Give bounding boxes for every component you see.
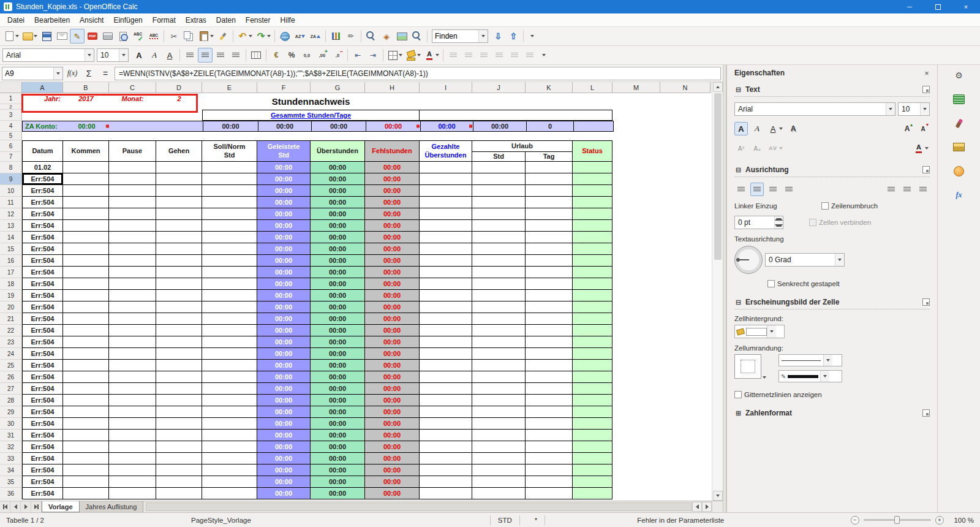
cell-J22[interactable] bbox=[472, 325, 526, 336]
cell-A29[interactable]: Err:504 bbox=[22, 406, 63, 418]
cell-E4[interactable]: 00:00 bbox=[203, 121, 258, 131]
new-dropdown-icon[interactable] bbox=[15, 35, 19, 37]
cell-C26[interactable] bbox=[109, 371, 156, 383]
cell-E29[interactable] bbox=[202, 406, 257, 418]
cell-E30[interactable] bbox=[202, 418, 257, 430]
underline-button[interactable] bbox=[162, 48, 177, 63]
next-sheet-button[interactable] bbox=[21, 501, 31, 512]
vertically-stacked-checkbox[interactable] bbox=[767, 280, 775, 287]
sidebar-font-name-combobox[interactable]: Arial bbox=[734, 102, 895, 116]
cell-F35[interactable]: 00:00 bbox=[257, 476, 311, 488]
cell-H12[interactable]: 00:00 bbox=[365, 208, 420, 220]
cell-B12[interactable] bbox=[63, 208, 109, 220]
cell-J9[interactable] bbox=[472, 173, 526, 185]
row-header-13[interactable]: 13 bbox=[0, 220, 22, 232]
cell-D36[interactable] bbox=[156, 488, 202, 499]
cell-D18[interactable] bbox=[156, 278, 202, 290]
cell-J34[interactable] bbox=[472, 464, 526, 476]
header-urlaub-label-cell[interactable]: Urlaub bbox=[472, 141, 572, 152]
cell-H10[interactable]: 00:00 bbox=[365, 185, 420, 197]
row-header-31[interactable]: 31 bbox=[0, 430, 22, 441]
cell-J28[interactable] bbox=[472, 395, 526, 406]
cell-H30[interactable]: 00:00 bbox=[365, 418, 420, 430]
cell-G15[interactable]: 00:00 bbox=[311, 243, 365, 255]
cell-F22[interactable]: 00:00 bbox=[257, 325, 311, 336]
cell-E3[interactable]: Gesammte Stunden/Tage bbox=[202, 110, 420, 121]
increase-font-size-button[interactable] bbox=[900, 122, 914, 135]
equals-button[interactable]: = bbox=[98, 67, 113, 80]
align-justify-button[interactable] bbox=[782, 183, 796, 196]
subscript-button[interactable] bbox=[750, 142, 764, 155]
cell-D24[interactable] bbox=[156, 348, 202, 360]
cell-G17[interactable]: 00:00 bbox=[311, 267, 365, 278]
print-button[interactable] bbox=[100, 29, 115, 44]
cell-C22[interactable] bbox=[109, 325, 156, 336]
sidebar-settings-icon[interactable] bbox=[952, 68, 967, 83]
header-gehen[interactable]: Gehen bbox=[156, 140, 202, 162]
cell-G23[interactable]: 00:00 bbox=[311, 336, 365, 348]
row-header-35[interactable]: 35 bbox=[0, 476, 22, 488]
cell-D11[interactable] bbox=[156, 197, 202, 208]
cell-I31[interactable] bbox=[420, 430, 472, 441]
cell-D10[interactable] bbox=[156, 185, 202, 197]
column-header-A[interactable]: A bbox=[22, 82, 63, 93]
cell-B21[interactable] bbox=[63, 313, 109, 325]
cell-A18[interactable]: Err:504 bbox=[22, 278, 63, 290]
close-button[interactable]: × bbox=[952, 0, 980, 13]
edit-file-button[interactable] bbox=[70, 29, 85, 44]
cell-I9[interactable] bbox=[420, 173, 472, 185]
collapse-text-section-icon[interactable] bbox=[734, 86, 742, 94]
standard-format-button[interactable] bbox=[300, 48, 314, 63]
cell-A28[interactable]: Err:504 bbox=[22, 395, 63, 406]
cell-G28[interactable]: 00:00 bbox=[311, 395, 365, 406]
column-header-M[interactable]: M bbox=[612, 82, 660, 93]
cell-I8[interactable] bbox=[420, 162, 472, 173]
cell-K14[interactable] bbox=[526, 232, 573, 243]
cell-K24[interactable] bbox=[526, 348, 573, 360]
cell-H8[interactable]: 00:00 bbox=[365, 162, 420, 173]
cell-H11[interactable]: 00:00 bbox=[365, 197, 420, 208]
new-button[interactable] bbox=[2, 29, 20, 44]
cell-I32[interactable] bbox=[420, 441, 472, 453]
cell-E26[interactable] bbox=[202, 371, 257, 383]
menu-bearbeiten[interactable]: Bearbeiten bbox=[29, 14, 75, 26]
cell-G13[interactable]: 00:00 bbox=[311, 220, 365, 232]
cell-D32[interactable] bbox=[156, 441, 202, 453]
cell-J27[interactable] bbox=[472, 383, 526, 395]
row-header-18[interactable]: 18 bbox=[0, 278, 22, 290]
cell-A35[interactable]: Err:504 bbox=[22, 476, 63, 488]
cell-B36[interactable] bbox=[63, 488, 109, 499]
paste-dropdown-icon[interactable] bbox=[210, 35, 214, 37]
find-input[interactable] bbox=[432, 32, 478, 40]
row-header-27[interactable]: 27 bbox=[0, 383, 22, 395]
cell-K4[interactable]: 0 bbox=[526, 121, 573, 131]
cell-D31[interactable] bbox=[156, 430, 202, 441]
merge-cells-button[interactable] bbox=[249, 48, 263, 63]
cell-G36[interactable]: 00:00 bbox=[311, 488, 365, 499]
font-size-combobox[interactable]: 10 bbox=[97, 48, 129, 62]
cell-F23[interactable]: 00:00 bbox=[257, 336, 311, 348]
cell-G32[interactable]: 00:00 bbox=[311, 441, 365, 453]
header-status[interactable]: Status bbox=[573, 140, 612, 162]
cell-B17[interactable] bbox=[63, 267, 109, 278]
menu-einfugen[interactable]: Einfügen bbox=[108, 14, 147, 26]
sidebar-properties-icon[interactable] bbox=[952, 92, 967, 107]
cell-F4[interactable]: 00:00 bbox=[258, 121, 311, 131]
cell-B18[interactable] bbox=[63, 278, 109, 290]
column-header-J[interactable]: J bbox=[472, 82, 526, 93]
cell-A4[interactable]: ZA Konto: bbox=[23, 121, 64, 131]
cell-K11[interactable] bbox=[526, 197, 573, 208]
number-format-more-options-button[interactable] bbox=[922, 409, 930, 417]
column-header-K[interactable]: K bbox=[526, 82, 573, 93]
valign-top-button[interactable] bbox=[884, 183, 898, 196]
cell-L22[interactable] bbox=[573, 325, 612, 336]
cell-J19[interactable] bbox=[472, 290, 526, 301]
cell-H31[interactable]: 00:00 bbox=[365, 430, 420, 441]
header-geleistete-std[interactable]: GeleisteteStd bbox=[257, 140, 311, 162]
cell-A23[interactable]: Err:504 bbox=[22, 336, 63, 348]
cell-J30[interactable] bbox=[472, 418, 526, 430]
sidebar-underline-button[interactable] bbox=[766, 122, 784, 135]
selection-mode[interactable]: STD bbox=[490, 515, 520, 525]
cell-K15[interactable] bbox=[526, 243, 573, 255]
formula-input[interactable]: =WENN(ISTNV($A$8+ZEILE(TAGEIMMONAT(A8)-1… bbox=[115, 67, 721, 80]
